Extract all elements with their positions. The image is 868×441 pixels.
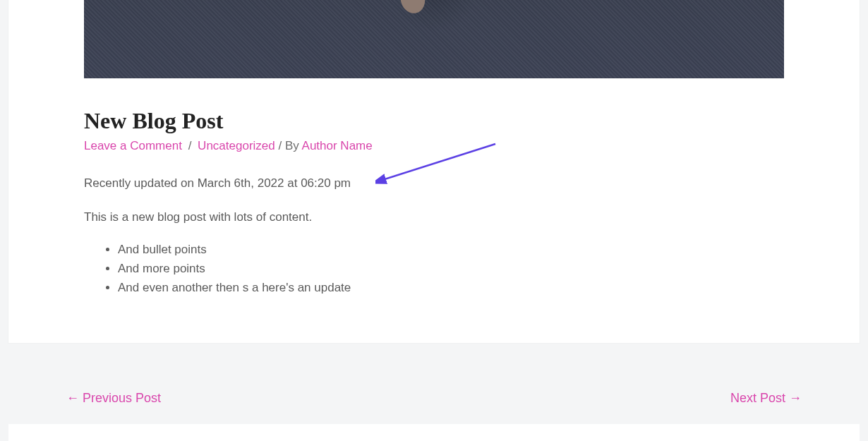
featured-image [84, 0, 784, 78]
list-item: And more points [118, 259, 784, 278]
previous-post-link[interactable]: ← Previous Post [66, 391, 161, 406]
next-section-top [8, 424, 860, 441]
post-title: New Blog Post [84, 108, 784, 134]
last-updated-text: Recently updated on March 6th, 2022 at 0… [84, 176, 784, 191]
next-post-link[interactable]: Next Post → [730, 391, 802, 406]
featured-image-detail [397, 0, 428, 16]
author-link[interactable]: Author Name [302, 139, 373, 152]
list-item: And bullet points [118, 240, 784, 259]
category-link[interactable]: Uncategorized [198, 139, 275, 152]
bullet-list: And bullet points And more points And ev… [101, 240, 784, 298]
leave-comment-link[interactable]: Leave a Comment [84, 139, 182, 152]
post-navigation: ← Previous Post Next Post → [8, 372, 860, 424]
post-meta: Leave a Comment / Uncategorized / By Aut… [84, 137, 784, 155]
previous-post-label: Previous Post [83, 391, 161, 405]
post-intro: This is a new blog post with lots of con… [84, 210, 784, 224]
next-post-label: Next Post [730, 391, 785, 405]
by-label: / By [278, 139, 299, 152]
list-item: And even another then s a here's an upda… [118, 278, 784, 297]
meta-separator: / [188, 139, 192, 152]
arrow-right-icon: → [789, 391, 802, 405]
arrow-left-icon: ← [66, 391, 79, 405]
